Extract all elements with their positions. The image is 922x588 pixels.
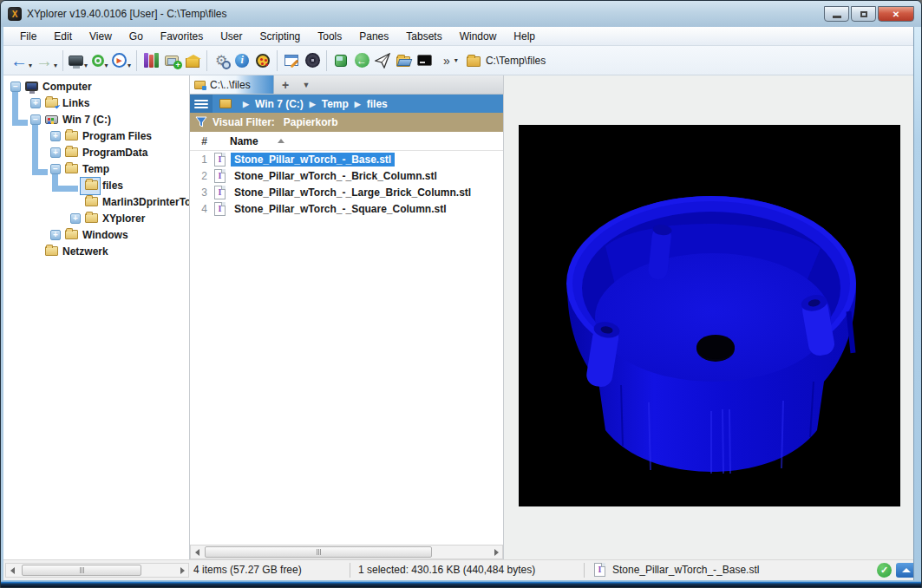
expand-minus-icon[interactable]: − (30, 114, 41, 125)
address-path[interactable]: C:\Temp\files (486, 55, 546, 67)
tab-current-folder[interactable]: C:\..\files (190, 75, 274, 94)
address-folder-icon (467, 56, 481, 67)
forward-button[interactable]: →▾ (34, 49, 59, 72)
expand-minus-icon[interactable]: − (50, 164, 61, 174)
open-folder-button[interactable] (393, 49, 414, 72)
archiver-button[interactable] (141, 49, 161, 72)
tree-horizontal-scrollbar[interactable] (5, 563, 189, 578)
menu-view[interactable]: View (82, 28, 120, 45)
go-button[interactable]: ▸▾ (110, 49, 133, 72)
scroll-thumb[interactable] (205, 546, 432, 558)
tree-item-windows[interactable]: + Windows (3, 226, 189, 243)
back-button[interactable]: ←▾ (9, 49, 34, 72)
menu-tabsets[interactable]: Tabsets (398, 28, 449, 45)
tree-item-files[interactable]: files (3, 177, 189, 193)
close-button[interactable]: ✕ (878, 6, 914, 22)
scroll-track[interactable] (18, 564, 176, 577)
tree-item-xyplorer[interactable]: + XYplorer (3, 210, 189, 226)
folder-icon (65, 230, 78, 239)
settings-search-button[interactable]: ⚙ (211, 49, 232, 72)
menu-help[interactable]: Help (506, 28, 543, 45)
scroll-right-arrow[interactable] (176, 564, 188, 577)
new-tab-button[interactable]: + (274, 75, 297, 94)
tree-item-links[interactable]: + Links (3, 95, 189, 111)
chevron-down-icon[interactable]: ▾ (105, 62, 108, 72)
preview-canvas (519, 125, 900, 506)
menu-go[interactable]: Go (121, 28, 151, 45)
unpack-button[interactable] (182, 49, 203, 72)
terminal-icon (417, 55, 432, 66)
minimize-button[interactable] (824, 6, 849, 22)
menu-window[interactable]: Window (452, 28, 505, 45)
menu-edit[interactable]: Edit (46, 28, 80, 45)
tree-item-netzwerk[interactable]: Netzwerk (3, 243, 189, 259)
title-bar[interactable]: X XYplorer v19.40.0106 [User] - C:\Temp\… (1, 1, 921, 27)
folder-tree-pane: − Computer + Links − Win 7 (C:) + (3, 75, 190, 559)
tree-item-temp[interactable]: − Temp (3, 160, 189, 177)
table-row[interactable]: 1 I Stone_Pillar_wTorch_-_Base.stl (190, 151, 503, 167)
menu-user[interactable]: User (213, 28, 250, 45)
expand-plus-icon[interactable]: + (70, 213, 81, 224)
badge-button[interactable] (252, 49, 273, 72)
tree-item-computer[interactable]: − Computer (3, 78, 189, 95)
scroll-right-arrow[interactable] (490, 546, 502, 559)
maximize-button[interactable] (851, 6, 876, 22)
expand-plus-icon[interactable]: + (50, 131, 61, 141)
table-row[interactable]: 2 I Stone_Pillar_wTorch_-_Brick_Column.s… (190, 167, 503, 184)
chevron-down-icon[interactable]: ▾ (84, 62, 88, 72)
undo-button[interactable]: ← (351, 49, 372, 72)
chevron-down-icon[interactable]: ▾ (54, 62, 57, 72)
expand-plus-icon[interactable]: + (30, 98, 41, 108)
toolbar-separator (62, 50, 63, 71)
circle-arrow-icon: ▸ (112, 53, 127, 68)
column-header-number[interactable]: # (190, 135, 207, 147)
package-button[interactable] (330, 49, 351, 72)
toolbar-overflow-chevron[interactable]: » (443, 54, 450, 68)
menu-panes[interactable]: Panes (351, 28, 396, 45)
chevron-down-icon[interactable]: ▾ (29, 62, 32, 72)
expand-minus-icon[interactable]: − (10, 82, 21, 92)
scroll-track[interactable] (203, 546, 490, 559)
status-separator (350, 563, 350, 578)
column-header-name[interactable]: Name (230, 135, 258, 147)
scroll-thumb[interactable] (22, 565, 141, 576)
menu-tools[interactable]: Tools (310, 28, 350, 45)
visual-filter-bar[interactable]: Visual Filter: Papierkorb (190, 113, 503, 132)
scroll-left-arrow[interactable] (191, 546, 203, 559)
menu-favorites[interactable]: Favorites (153, 28, 211, 45)
tab-list-dropdown-icon[interactable]: ▼ (297, 75, 316, 94)
breadcrumb-segment-drive[interactable]: Win 7 (C:) (255, 98, 304, 110)
tree-item-marlin3dprintertool[interactable]: Marlin3DprinterTool (3, 193, 189, 210)
forward-arrow-icon: → (36, 52, 53, 69)
address-dropdown-icon[interactable]: ▾ (454, 56, 458, 64)
drive-icon (45, 115, 58, 124)
tree-item-program-files[interactable]: + Program Files (3, 127, 189, 144)
target-button[interactable]: ▾ (89, 49, 110, 72)
send-button[interactable] (372, 49, 393, 72)
burn-disc-button[interactable] (302, 49, 323, 72)
expand-plus-icon[interactable]: + (50, 230, 61, 240)
tree-item-programdata[interactable]: + ProgramData (3, 144, 189, 160)
list-horizontal-scrollbar[interactable] (190, 545, 503, 559)
window-border-bottom (1, 580, 921, 587)
scroll-left-arrow[interactable] (6, 564, 18, 577)
menu-file[interactable]: File (12, 28, 44, 45)
add-server-button[interactable] (161, 49, 182, 72)
edit-window-button[interactable] (281, 49, 302, 72)
desktop-button[interactable]: ▾ (67, 49, 89, 72)
window-edit-icon (284, 55, 298, 66)
table-row[interactable]: 4 I Stone_Pillar_wTorch_-_Square_Column.… (190, 200, 503, 217)
tree-item-win7-c[interactable]: − Win 7 (C:) (3, 111, 189, 127)
list-header: # Name (190, 132, 503, 151)
folder-icon (85, 197, 98, 206)
info-button[interactable]: i (232, 49, 252, 72)
expand-plus-icon[interactable]: + (50, 147, 61, 158)
chevron-down-icon[interactable]: ▾ (128, 62, 131, 72)
terminal-button[interactable] (414, 49, 435, 72)
breadcrumb-menu-button[interactable] (190, 95, 213, 113)
info-icon: i (235, 54, 249, 68)
menu-scripting[interactable]: Scripting (252, 28, 309, 45)
breadcrumb-segment-files[interactable]: files (367, 98, 388, 110)
table-row[interactable]: 3 I Stone_Pillar_wTorch_-_Large_Brick_Co… (190, 184, 503, 200)
breadcrumb-segment-temp[interactable]: Temp (322, 98, 349, 110)
